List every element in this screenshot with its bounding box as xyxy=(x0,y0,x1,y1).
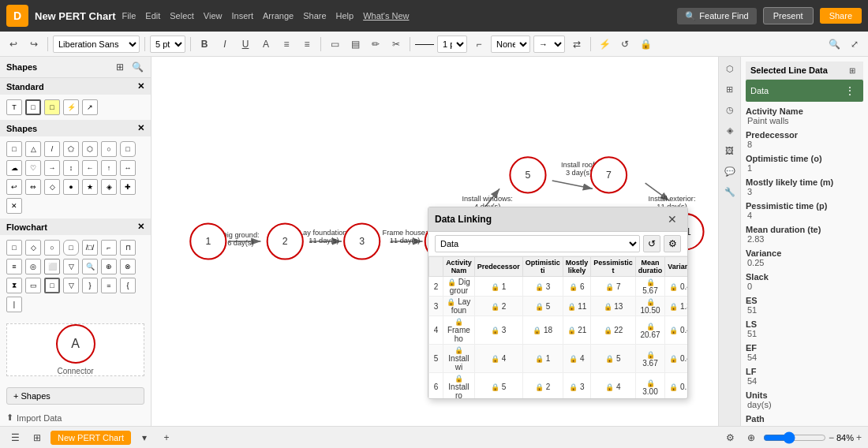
flow-diamond[interactable]: ◇ xyxy=(25,240,41,256)
flow-brace-right[interactable]: { xyxy=(120,278,136,293)
shape-star[interactable]: ★ xyxy=(82,179,98,195)
shape-curve[interactable]: ↩ xyxy=(6,179,22,195)
tab-pert-chart[interactable]: New PERT Chart xyxy=(51,431,131,445)
font-color-button[interactable]: A xyxy=(257,35,275,53)
swap-button[interactable]: ⇄ xyxy=(568,35,586,53)
zoom-minus-button[interactable]: − xyxy=(829,432,834,443)
shape-hex[interactable]: ⬡ xyxy=(82,141,98,157)
underline-button[interactable]: U xyxy=(237,35,254,53)
menu-select[interactable]: Select xyxy=(170,11,194,21)
font-select[interactable]: Liberation Sans xyxy=(53,35,140,53)
line-end-select[interactable]: None xyxy=(491,35,530,53)
share-button[interactable]: Share xyxy=(820,8,862,24)
list-view-button[interactable]: ☰ xyxy=(6,429,24,446)
line-width-select[interactable]: 1 px xyxy=(437,35,467,53)
italic-button[interactable]: I xyxy=(216,35,234,53)
shape-double-arrow[interactable]: ↕ xyxy=(63,160,79,176)
import-data-button[interactable]: ⬆ Import Data xyxy=(0,409,151,426)
redo-button[interactable]: ↪ xyxy=(25,35,43,53)
flowchart-section-header[interactable]: Flowchart ✕ xyxy=(0,218,151,235)
rp-icon-wrench[interactable]: 🔧 xyxy=(721,183,739,200)
lock-button[interactable]: 🔒 xyxy=(637,35,654,53)
flow-plus-circle[interactable]: ⊕ xyxy=(101,259,117,274)
lightning-button[interactable]: ⚡ xyxy=(596,35,613,53)
shape-circle[interactable]: ○ xyxy=(101,141,117,157)
fill-color-button[interactable]: ▤ xyxy=(346,35,364,53)
add-tab-button[interactable]: + xyxy=(158,429,175,446)
bottom-settings-button[interactable]: ⚙ xyxy=(722,429,739,446)
flow-rect2[interactable]: ⬜ xyxy=(44,259,60,274)
search-toolbar-button[interactable]: 🔍 xyxy=(825,35,843,53)
shape-rounded-rect[interactable]: □ xyxy=(120,141,136,157)
standard-shape-text[interactable]: T xyxy=(6,99,22,115)
flow-rect[interactable]: □ xyxy=(6,240,22,256)
shapes-search-button[interactable]: 🔍 xyxy=(130,60,144,74)
waypoint-button[interactable]: ⌐ xyxy=(470,35,488,53)
shape-bidirect[interactable]: ↔ xyxy=(120,160,136,176)
shape-arrow-left[interactable]: ← xyxy=(82,160,98,176)
flow-trunc[interactable]: ⊓ xyxy=(120,240,136,256)
zoom-slider[interactable] xyxy=(763,432,826,443)
flow-circle2[interactable]: ◎ xyxy=(25,259,41,274)
standard-shape-lightning[interactable]: ⚡ xyxy=(63,99,79,115)
standard-section-header[interactable]: Standard ✕ xyxy=(0,78,151,95)
flow-hourglass[interactable]: ⧗ xyxy=(6,278,22,293)
rp-icon-diagram[interactable]: ⬡ xyxy=(721,60,739,77)
menu-help[interactable]: Help xyxy=(336,11,354,21)
flow-oval[interactable]: ○ xyxy=(44,240,60,256)
fill-button[interactable]: ▭ xyxy=(326,35,343,53)
shape-pentagon[interactable]: ⬠ xyxy=(63,141,79,157)
flow-para[interactable]: /□/ xyxy=(82,240,98,256)
rp-icon-image[interactable]: 🖼 xyxy=(721,142,739,159)
flow-triangle[interactable]: ▽ xyxy=(63,278,79,293)
dl-source-select[interactable]: Data xyxy=(435,235,640,252)
menu-arrange[interactable]: Arrange xyxy=(263,11,294,21)
flow-v-down[interactable]: ▽ xyxy=(63,259,79,274)
rp-grid-button[interactable]: ⊞ xyxy=(846,64,859,77)
shape-slash[interactable]: / xyxy=(44,141,60,157)
flow-x-circle[interactable]: ⊗ xyxy=(120,259,136,274)
bottom-add-button[interactable]: ⊕ xyxy=(743,429,760,446)
standard-shape-note[interactable]: □ xyxy=(44,99,60,115)
flow-brace-left[interactable]: } xyxy=(82,278,98,293)
flow-rounded[interactable]: □ xyxy=(63,240,79,256)
flow-search[interactable]: 🔍 xyxy=(82,259,98,274)
present-button[interactable]: Present xyxy=(763,7,814,24)
reset-button[interactable]: ↺ xyxy=(616,35,634,53)
shape-circle2[interactable]: ● xyxy=(63,179,79,195)
shape-cloud[interactable]: ☁ xyxy=(6,160,22,176)
menu-file[interactable]: File xyxy=(122,11,137,21)
canvas-area[interactable]: Dig ground: 6 day(s) Lay foundation: 11 … xyxy=(152,57,718,426)
standard-shape-rect[interactable]: □ xyxy=(25,99,41,115)
shape-hexdiamond[interactable]: ◈ xyxy=(101,179,117,195)
tab-dropdown-button[interactable]: ▾ xyxy=(136,429,153,446)
menu-whats-new[interactable]: What's New xyxy=(363,11,409,21)
standard-shape-arrow[interactable]: ↗ xyxy=(82,99,98,115)
rp-icon-clock[interactable]: ◷ xyxy=(721,101,739,118)
zoom-plus-button[interactable]: + xyxy=(856,432,862,443)
flow-multi[interactable]: ≡ xyxy=(6,259,22,274)
shape-rect[interactable]: □ xyxy=(6,141,22,157)
dl-refresh-button[interactable]: ↺ xyxy=(643,235,660,252)
shape-x[interactable]: ✕ xyxy=(6,198,22,214)
align-left-button[interactable]: ≡ xyxy=(278,35,295,53)
flow-doc[interactable]: ⌐ xyxy=(101,240,117,256)
menu-share[interactable]: Share xyxy=(303,11,326,21)
line-button[interactable]: ✏ xyxy=(367,35,384,53)
shapes-view-toggle[interactable]: ⊞ xyxy=(113,60,127,74)
shape-zigzag[interactable]: ⇔ xyxy=(25,179,41,195)
menu-insert[interactable]: Insert xyxy=(232,11,254,21)
shape-heart[interactable]: ♡ xyxy=(25,160,41,176)
shape-up-arrow[interactable]: ↑ xyxy=(101,160,117,176)
bold-button[interactable]: B xyxy=(196,35,213,53)
grid-view-button[interactable]: ⊞ xyxy=(28,429,46,446)
arrow-select[interactable]: → xyxy=(533,35,565,53)
flow-rect4[interactable]: □ xyxy=(44,278,60,293)
shapes-section-header[interactable]: Shapes ✕ xyxy=(0,120,151,136)
flow-equals[interactable]: = xyxy=(101,278,117,293)
dl-close-button[interactable]: ✕ xyxy=(664,211,681,228)
rp-icon-chat[interactable]: 💬 xyxy=(721,162,739,180)
font-size-select[interactable]: 5 pt xyxy=(150,35,185,53)
undo-button[interactable]: ↩ xyxy=(5,35,22,53)
flow-rect3[interactable]: ▭ xyxy=(25,278,41,293)
